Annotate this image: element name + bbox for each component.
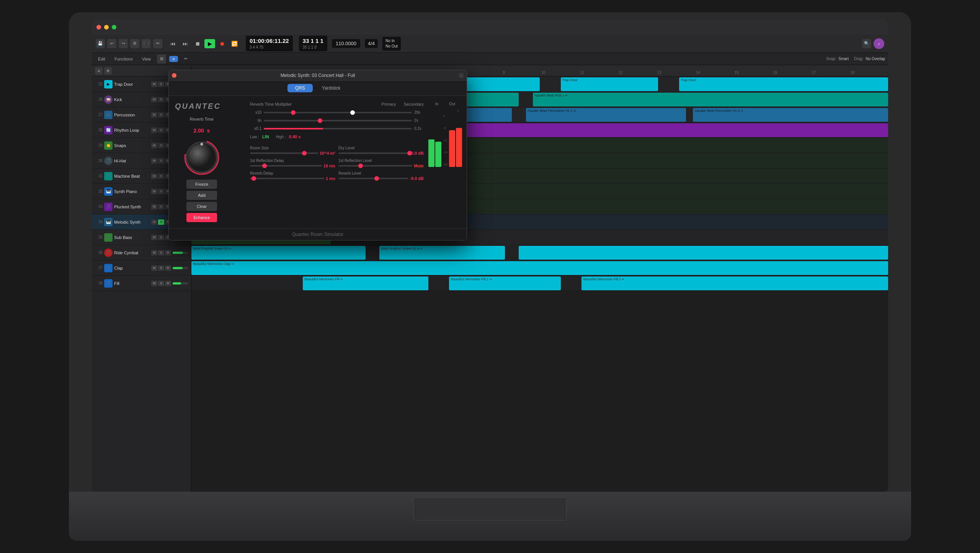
dry-level-thumb[interactable] (407, 151, 412, 155)
grid-view-icon[interactable]: ⊞ (157, 54, 166, 64)
rewind-button[interactable]: ⏮ (168, 39, 178, 48)
fast-forward-button[interactable]: ⏭ (180, 39, 191, 48)
lin-slider[interactable] (264, 120, 412, 121)
solo-btn-37[interactable]: S (158, 265, 164, 271)
enhance-button[interactable]: Enhance (191, 213, 217, 222)
clear-button[interactable]: Clear (191, 202, 217, 211)
reverb-knob[interactable] (191, 138, 221, 177)
room-size-slider[interactable] (250, 152, 318, 154)
mute-btn-29[interactable]: M (151, 143, 157, 148)
solo-btn-30[interactable]: S (158, 158, 164, 164)
track-item-clap[interactable]: 37 🎵 Clap M S R (92, 260, 191, 276)
tempo-display[interactable]: 110.0000 (332, 39, 360, 48)
record-button[interactable]: ⏺ (217, 39, 227, 48)
cycle-button[interactable]: 🔁 (229, 39, 240, 48)
clip-rc-3[interactable] (519, 246, 888, 260)
solo-btn-26[interactable]: S (158, 97, 164, 102)
track-item-fill[interactable]: 38 🎵 Fill M S R (92, 276, 191, 291)
solo-btn-28[interactable]: S (158, 128, 164, 133)
ref-delay-thumb[interactable] (262, 164, 267, 168)
solo-btn-38[interactable]: S (158, 281, 164, 286)
tab-qrs[interactable]: QRS (287, 84, 313, 92)
mute-btn-31[interactable]: M (151, 173, 157, 179)
pencil-tool[interactable]: ✏ (181, 56, 191, 62)
plugin-expand-button[interactable] (459, 73, 464, 78)
clip-fill-2[interactable]: Beautiful Memories Fill.1 ∞ (449, 276, 560, 290)
solo-btn-34[interactable]: S (158, 219, 164, 225)
pencil-icon[interactable]: ✏ (153, 39, 162, 48)
mute-btn-28[interactable]: M (151, 128, 157, 133)
fader-36[interactable] (173, 252, 188, 254)
rec-btn-37[interactable]: R (165, 265, 171, 271)
x01-slider[interactable] (264, 128, 412, 129)
search-icon[interactable]: 🔍 (862, 39, 871, 48)
add-track-button[interactable]: + (95, 67, 103, 75)
play-button[interactable]: ▶ (204, 39, 215, 48)
edit-menu[interactable]: Edit (95, 56, 108, 62)
mute-btn-34[interactable]: M (151, 219, 157, 225)
solo-btn-35[interactable]: S (158, 235, 164, 240)
clip-clap-1[interactable]: Beautiful Memories Clap ∞ (191, 261, 888, 275)
maximize-icon[interactable] (112, 25, 116, 29)
view-menu[interactable]: View (139, 56, 154, 62)
clip-kick-2[interactable]: Aquatic Beat Kick.1 ∞ (533, 93, 888, 106)
fader-37[interactable] (173, 267, 188, 269)
ref-level-thumb[interactable] (358, 164, 363, 168)
clip-trap-door-4[interactable]: Trap Door (679, 77, 888, 91)
mute-btn-33[interactable]: M (151, 204, 157, 209)
drag-value[interactable]: No Overlap (866, 57, 885, 61)
clip-trap-door-3[interactable]: Trap Door (561, 77, 658, 91)
save-icon[interactable]: 💾 (96, 39, 105, 48)
clip-perc-3[interactable]: Aquatic Beat Percussion 01.2 ∞ (693, 108, 888, 122)
mute-btn-26[interactable]: M (151, 97, 157, 102)
solo-btn-32[interactable]: S (158, 189, 164, 194)
fader-38[interactable] (173, 282, 188, 285)
x10-thumb[interactable] (291, 110, 296, 115)
undo-icon[interactable]: ↩ (107, 39, 116, 48)
clip-fill-1[interactable]: Beautiful Memories Fill ∞ (303, 276, 428, 290)
grid-icon[interactable]: ⋮⋮ (142, 39, 151, 48)
stop-button[interactable]: ⏹ (192, 39, 203, 48)
clip-rc-2[interactable]: Beat Prophet Snare 01.4 ∞ (379, 246, 505, 260)
arrange-btn[interactable]: ≡ (169, 56, 178, 62)
close-icon[interactable] (96, 25, 101, 29)
lin-thumb[interactable] (318, 118, 322, 123)
trackpad[interactable] (413, 497, 567, 520)
redo-icon[interactable]: ↪ (119, 39, 128, 48)
mute-btn-30[interactable]: M (151, 158, 157, 164)
signature-display[interactable]: 4/4 (365, 39, 378, 48)
clip-rc-1[interactable]: Beat Prophet Snare 01 ∞ (191, 246, 366, 260)
reverb-delay-thumb[interactable] (252, 176, 256, 181)
clip-perc-2[interactable]: Aquatic Beat Percussion 01.1 ∞ (526, 108, 686, 122)
reverb-level-thumb[interactable] (374, 176, 379, 181)
rec-btn-38[interactable]: R (165, 281, 171, 286)
solo-btn-25[interactable]: S (158, 82, 164, 87)
add-button[interactable]: Add (191, 191, 217, 200)
room-size-thumb[interactable] (302, 151, 307, 155)
tab-yardstick[interactable]: Yardstick (314, 84, 348, 92)
track-item-ride-cymbal[interactable]: 36 🎵 Ride Cymbal M S R (92, 245, 191, 260)
ref-level-slider[interactable] (338, 165, 412, 167)
reverb-level-slider[interactable] (338, 178, 408, 179)
settings-icon[interactable]: ⚙ (130, 39, 139, 48)
solo-btn-36[interactable]: S (158, 250, 164, 255)
dry-level-slider[interactable] (338, 152, 410, 154)
snap-value[interactable]: Smart (838, 57, 849, 61)
functions-menu[interactable]: Functions (111, 56, 136, 62)
mute-btn-27[interactable]: M (151, 112, 157, 118)
clip-fill-3[interactable]: Beautiful Memories Fill.2 ∞ (581, 276, 888, 290)
mute-btn-35[interactable]: M (151, 235, 157, 240)
mute-btn-38[interactable]: M (151, 281, 157, 286)
add-folder-button[interactable]: ⊕ (104, 67, 112, 75)
x10-slider[interactable] (264, 112, 412, 113)
solo-btn-33[interactable]: S (158, 204, 164, 209)
x10-thumb2[interactable] (350, 110, 355, 115)
avatar[interactable]: ♪ (874, 38, 884, 49)
rec-btn-36[interactable]: R (165, 250, 171, 255)
mute-btn-25[interactable]: M (151, 82, 157, 87)
solo-btn-27[interactable]: S (158, 112, 164, 118)
reverb-delay-slider[interactable] (250, 178, 324, 179)
mute-btn-32[interactable]: M (151, 189, 157, 194)
solo-btn-31[interactable]: S (158, 173, 164, 179)
mute-btn-37[interactable]: M (151, 265, 157, 271)
